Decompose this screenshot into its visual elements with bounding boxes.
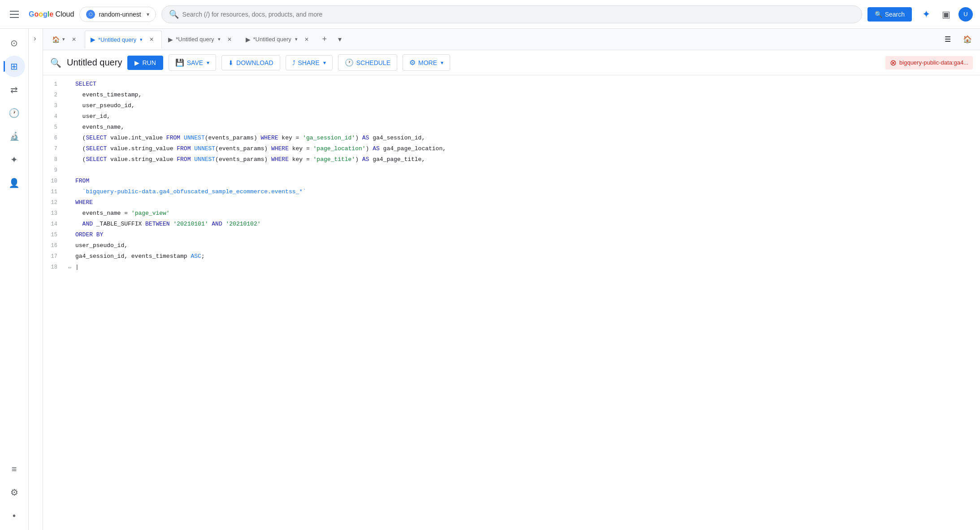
line-number-13: 13 (43, 208, 65, 219)
code-editor[interactable]: 1 SELECT 2 events_timestamp, 3 user_pseu… (43, 75, 980, 530)
tab-chevron-1: ▾ (140, 37, 143, 43)
code-line-18: 18 ✏ (43, 262, 980, 273)
line-number-3: 3 (43, 100, 65, 111)
tab-bar: 🏠 ▾ ✕ ▶ *Untitled query ▾ ✕ ▶ *Untitled … (43, 29, 980, 50)
home-icon: 🏠 (52, 36, 60, 43)
hamburger-menu-button[interactable] (5, 5, 23, 23)
save-icon: 💾 (175, 58, 184, 67)
sidebar-item-filter[interactable]: ≡ (4, 458, 25, 480)
run-button[interactable]: ▶ RUN (127, 56, 163, 70)
download-label: DOWNLOAD (236, 59, 273, 66)
code-line-1: 1 SELECT (43, 79, 980, 90)
tab-untitled-query-1[interactable]: ▶ *Untitled query ▾ ✕ (85, 30, 162, 48)
tab-close-button-2[interactable]: ✕ (225, 35, 234, 44)
line-content-9 (75, 165, 980, 176)
code-line-12: 12 WHERE (43, 197, 980, 208)
home-right-icon: 🏠 (963, 35, 972, 43)
save-button[interactable]: 💾 SAVE ▾ (169, 54, 216, 71)
line-number-8: 8 (43, 154, 65, 165)
add-tab-button[interactable]: + (317, 32, 332, 47)
line-number-6: 6 (43, 133, 65, 143)
code-line-6: 6 (SELECT value.int_value FROM UNNEST(ev… (43, 133, 980, 143)
tab-label-2: *Untitled query (176, 36, 214, 43)
tab-list-button[interactable]: ☰ (939, 30, 957, 48)
share-button[interactable]: ⤴ SHARE ▾ (286, 55, 333, 70)
schedule-button[interactable]: 🕐 SCHEDULE (338, 54, 397, 71)
sidebar-item-more[interactable]: • (4, 505, 25, 526)
search-input[interactable] (182, 11, 854, 18)
tab-label-1: *Untitled query (98, 36, 136, 43)
query-toolbar: 🔍 Untitled query ▶ RUN 💾 SAVE ▾ ⬇ DOWNLO… (43, 50, 980, 75)
user-avatar-button[interactable]: U (957, 5, 975, 23)
error-text: bigquery-public-data:ga4... (899, 59, 968, 66)
sidebar-item-search[interactable]: ⊙ (4, 32, 25, 54)
sidebar-item-workflow[interactable]: ✦ (4, 149, 25, 170)
code-line-10: 10 FROM (43, 176, 980, 187)
tab-chevron-3: ▾ (295, 36, 298, 42)
code-line-13: 13 events_name = 'page_view' (43, 208, 980, 219)
line-number-5: 5 (43, 122, 65, 133)
tab-untitled-query-2[interactable]: ▶ *Untitled query ▾ ✕ (163, 30, 239, 48)
nav-icons: ✦ ▣ U (917, 5, 975, 23)
line-action-18: ✏ (65, 262, 75, 273)
schedule-icon: 🕐 (345, 58, 354, 67)
download-button[interactable]: ⬇ DOWNLOAD (221, 55, 280, 70)
search-button[interactable]: 🔍 Search (867, 7, 912, 22)
line-content-8: (SELECT value.string_value FROM UNNEST(e… (75, 154, 980, 165)
line-number-1: 1 (43, 79, 65, 90)
panel-toggle-button[interactable]: › (29, 32, 41, 45)
search-icon: 🔍 (169, 9, 179, 19)
project-selector[interactable]: ⬡ random-unnest ▾ (79, 7, 156, 22)
error-icon: ⊗ (890, 58, 897, 68)
line-number-7: 7 (43, 143, 65, 154)
line-content-18 (75, 262, 980, 273)
more-button[interactable]: ⚙ MORE ▾ (403, 54, 450, 71)
google-cloud-logo[interactable]: Google Cloud (29, 10, 74, 18)
more-chevron-icon: ▾ (441, 60, 443, 66)
terminal-button[interactable]: ▣ (937, 5, 955, 23)
tab-home-right-button[interactable]: 🏠 (958, 30, 976, 48)
sidebar-item-transfer[interactable]: ⇄ (4, 79, 25, 100)
history-icon: 🕐 (9, 108, 20, 118)
schedule-label: SCHEDULE (356, 59, 390, 66)
home-tab-chevron: ▾ (62, 36, 65, 42)
list-icon: ☰ (945, 35, 951, 43)
line-content-4: user_id, (75, 111, 980, 122)
code-line-15: 15 ORDER BY (43, 230, 980, 240)
sidebar-item-history[interactable]: 🕐 (4, 102, 25, 124)
search-button-label: Search (885, 11, 905, 18)
ai-assistant-button[interactable]: ✦ (917, 5, 935, 23)
line-content-17: ga4_session_id, events_timestamp ASC; (75, 251, 980, 262)
tab-home[interactable]: 🏠 ▾ ✕ (47, 33, 84, 46)
query-title: Untitled query (67, 57, 122, 68)
sidebar-item-dataplex[interactable]: 👤 (4, 172, 25, 194)
line-content-14: AND _TABLE_SUFFIX BETWEEN '20210101' AND… (75, 219, 980, 230)
code-line-16: 16 user_pseudo_id, (43, 240, 980, 251)
line-content-11: `bigquery-public-data.ga4_obfuscated_sam… (75, 187, 980, 197)
tab-untitled-query-3[interactable]: ▶ *Untitled query ▾ ✕ (240, 30, 317, 48)
sidebar-item-settings[interactable]: ⚙ (4, 482, 25, 503)
line-content-12: WHERE (75, 197, 980, 208)
line-number-16: 16 (43, 240, 65, 251)
line-content-6: (SELECT value.int_value FROM UNNEST(even… (75, 133, 980, 143)
tab-query-icon-1: ▶ (91, 36, 95, 43)
line-content-7: (SELECT value.string_value FROM UNNEST(e… (75, 143, 980, 154)
tab-close-button-1[interactable]: ✕ (147, 35, 156, 44)
explore-icon: 🔬 (9, 131, 19, 141)
tab-close-button-3[interactable]: ✕ (302, 35, 311, 44)
share-chevron-icon: ▾ (323, 60, 326, 66)
code-line-8: 8 (SELECT value.string_value FROM UNNEST… (43, 154, 980, 165)
line-number-12: 12 (43, 197, 65, 208)
tab-more-button[interactable]: ▾ (333, 32, 347, 47)
sidebar-item-explore[interactable]: 🔬 (4, 126, 25, 147)
home-tab-close-button[interactable]: ✕ (69, 35, 78, 44)
project-name: random-unnest (99, 11, 141, 18)
spark-icon: ✦ (922, 9, 930, 20)
sidebar-item-dashboard[interactable]: ⊞ (4, 56, 25, 77)
filter-icon: ≡ (12, 464, 17, 474)
line-content-13: events_name = 'page_view' (75, 208, 980, 219)
chevron-right-icon: › (34, 35, 36, 43)
top-nav: Google Cloud ⬡ random-unnest ▾ 🔍 🔍 Searc… (0, 0, 980, 29)
main-layout: ⊙ ⊞ ⇄ 🕐 🔬 ✦ 👤 ≡ ⚙ • › (0, 29, 980, 530)
line-number-15: 15 (43, 230, 65, 240)
